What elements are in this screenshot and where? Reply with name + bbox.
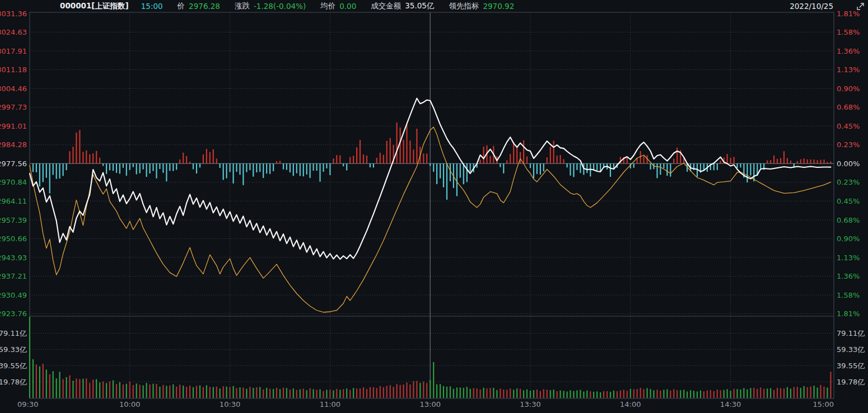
x-axis-time-label: 10:00 xyxy=(119,400,140,409)
volume-axis-label-right: 39.55亿 xyxy=(837,362,865,370)
y-axis-price-label: 3004.46 xyxy=(0,85,27,93)
turnover-label: 成交金额 xyxy=(371,1,401,11)
symbol-name: 000001[上证指数] xyxy=(60,1,129,11)
x-axis-time-label: 14:00 xyxy=(620,400,641,409)
y-axis-percent-label: 1.58% xyxy=(837,291,860,299)
turnover-value: 35.05亿 xyxy=(405,1,434,11)
chart-background xyxy=(0,0,868,413)
y-axis-price-label: 2984.28 xyxy=(0,140,27,149)
trading-app: 000001[上证指数] 15:00 价2976.28 涨跌-1.28(-0.0… xyxy=(0,0,868,413)
y-axis-percent-label: 0.68% xyxy=(837,216,860,224)
y-axis-price-label: 2970.84 xyxy=(0,178,27,186)
leading-indicator-label: 领先指标 xyxy=(449,1,479,11)
y-axis-price-label: 3017.91 xyxy=(0,47,27,55)
leading-indicator-value: 2970.92 xyxy=(483,2,514,11)
volume-axis-label-left: 59.33亿 xyxy=(0,345,27,354)
y-axis-percent-label: 0.23% xyxy=(837,178,860,186)
x-axis-time-label: 13:00 xyxy=(419,400,440,409)
y-axis-price-label: 2923.76 xyxy=(0,309,27,318)
trade-date: 2022/10/25 xyxy=(790,2,833,11)
intraday-chart[interactable]: 3031.363024.633017.913011.183004.462997.… xyxy=(0,0,868,413)
y-axis-percent-label: 0.00% xyxy=(837,159,860,168)
x-axis-time-label: 10:30 xyxy=(220,400,240,409)
y-axis-price-label: 2957.39 xyxy=(0,216,27,224)
y-axis-percent-label: 0.45% xyxy=(837,197,860,205)
y-axis-percent-label: 1.13% xyxy=(837,65,860,74)
x-axis-time-label: 09:30 xyxy=(17,400,38,409)
volume-axis-label-right: 79.11亿 xyxy=(837,329,865,337)
y-axis-percent-label: 0.90% xyxy=(837,234,860,243)
y-axis-price-label: 2943.93 xyxy=(0,254,27,262)
x-axis-time-label: 14:30 xyxy=(720,400,741,409)
x-axis-time-label: 15:00 xyxy=(813,400,834,409)
y-axis-percent-label: 1.13% xyxy=(837,254,860,262)
quote-time: 15:00 xyxy=(141,2,163,11)
price-label: 价 xyxy=(178,1,185,11)
y-axis-percent-label: 0.45% xyxy=(837,122,860,130)
quote-header: 000001[上证指数] 15:00 价2976.28 涨跌-1.28(-0.0… xyxy=(0,0,868,12)
price-value: 2976.28 xyxy=(189,2,220,11)
y-axis-percent-label: 1.36% xyxy=(837,47,860,55)
volume-axis-label-right: 59.33亿 xyxy=(837,345,865,354)
y-axis-percent-label: 1.81% xyxy=(837,309,860,318)
volume-axis-label-left: 39.55亿 xyxy=(0,362,27,370)
y-axis-price-label: 2991.01 xyxy=(0,122,27,130)
y-axis-price-label: 2937.21 xyxy=(0,272,27,280)
y-axis-price-label: 3011.18 xyxy=(0,65,27,74)
y-axis-price-label: 2930.49 xyxy=(0,291,27,299)
x-axis-time-label: 13:30 xyxy=(520,400,540,409)
avg-price-value: 0.00 xyxy=(339,2,356,11)
y-axis-price-label: 2977.56 xyxy=(0,159,27,168)
volume-axis-label-left: 19.78亿 xyxy=(0,378,27,386)
y-axis-price-label: 2950.66 xyxy=(0,234,27,243)
y-axis-percent-label: 0.68% xyxy=(837,103,860,111)
y-axis-price-label: 2964.11 xyxy=(0,197,27,205)
volume-axis-label-left: 79.11亿 xyxy=(0,329,27,337)
y-axis-percent-label: 0.90% xyxy=(837,85,860,93)
change-label: 涨跌 xyxy=(235,1,250,11)
y-axis-price-label: 3024.63 xyxy=(0,28,27,36)
y-axis-price-label: 2997.73 xyxy=(0,103,27,111)
x-axis-time-label: 11:00 xyxy=(320,400,340,409)
y-axis-percent-label: 1.36% xyxy=(837,272,860,280)
volume-axis-label-right: 19.78亿 xyxy=(837,378,865,386)
y-axis-percent-label: 0.23% xyxy=(837,140,860,149)
y-axis-percent-label: 1.58% xyxy=(837,28,860,36)
change-value: -1.28(-0.04%) xyxy=(254,2,306,11)
avg-price-label: 均价 xyxy=(320,1,335,11)
